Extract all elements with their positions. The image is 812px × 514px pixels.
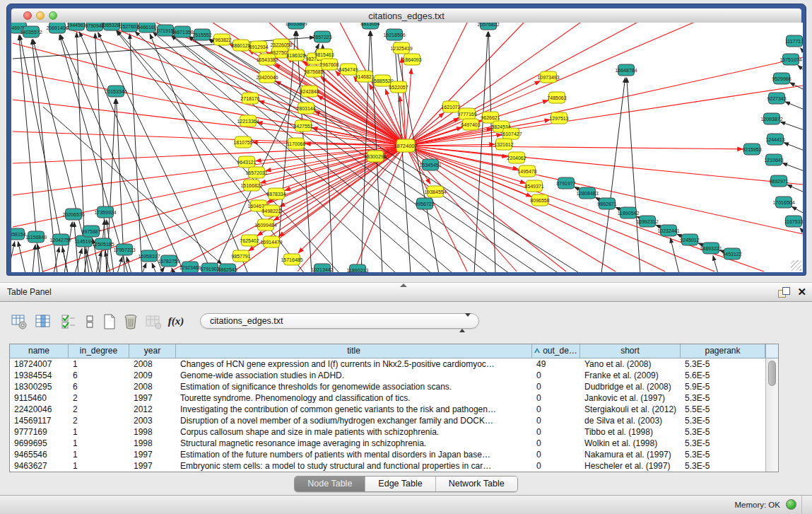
import-table-button[interactable] [144,312,163,332]
network-edge [785,102,803,110]
table-cell: 0 [532,370,580,381]
status-divider [801,496,802,514]
node-label: 9245012 [680,238,699,243]
network-edge [801,48,803,52]
table-cell: Hescheler et al. (1997) [580,460,681,472]
table-row[interactable]: 977716911998Corpus callosum shape and si… [10,426,765,438]
node-label: 15885520 [371,78,393,83]
network-edge [64,222,72,272]
tab-node-table[interactable]: Node Table [295,477,365,491]
column-header-short[interactable]: short [580,344,681,358]
network-edge [130,34,142,272]
select-rows-button[interactable] [59,312,78,332]
table-cell: Stergiakouli et al. (2012) [580,404,681,415]
table-row[interactable]: 911546021997Tourette syndrome. Phenomeno… [10,392,765,404]
table-cell: 0 [532,449,580,460]
node-label: 1810755 [233,140,252,145]
node-label: 9215953 [742,147,761,152]
table-cell: 1 [69,358,129,370]
node-label: 1117717 [785,39,803,44]
tab-edge-table[interactable]: Edge Table [365,477,435,491]
table-cell: 5.3E-5 [681,415,765,426]
node-label: 20153346 [105,89,126,94]
function-builder-button[interactable]: f(x) [167,312,185,332]
vertical-scrollbar[interactable] [765,358,778,472]
node-label: 1167533 [784,219,803,224]
network-edge [406,23,467,146]
node-label: 15716485 [281,257,302,262]
node-label: 7485063 [547,95,566,100]
network-edge [671,238,679,272]
column-header-name[interactable]: name [10,344,69,358]
node-label: 9529966 [772,76,791,81]
network-edge [798,65,803,71]
table-cell: 1 [69,449,129,460]
network-canvas[interactable]: 2469794140355722069140619445639790941106… [11,23,803,272]
table-options-button[interactable] [10,312,28,332]
table-cell: 6 [69,381,129,392]
table-row[interactable]: 1456911722003Disruption of a novel membe… [10,415,765,426]
table-row[interactable]: 1872400712008Changes of HCN gene express… [10,358,765,370]
close-panel-button[interactable]: ✕ [797,286,806,298]
tab-network-table[interactable]: Network Table [436,477,517,491]
table-row[interactable]: 2242004622012Investigating the contribut… [10,404,765,415]
node-label: 8860128 [231,43,250,48]
node-label: 15345451 [419,163,441,168]
table-row[interactable]: 946554611997Estimation of the future num… [10,449,765,460]
table-cell: 6 [69,370,129,381]
node-label: 12093872 [760,117,782,122]
table-cell: 2009 [129,370,176,381]
table-cell: 0 [532,426,580,438]
column-header-pagerank[interactable]: pagerank [681,344,765,358]
column-header-year[interactable]: year [129,344,176,358]
table-cell: 1 [69,426,129,438]
table-row[interactable]: 969969511998Structural magnetic resonanc… [10,438,765,449]
node-label: 8791977 [556,181,575,186]
table-row[interactable]: 1830029562008Estimation of significance … [10,381,765,392]
column-header-in_degree[interactable]: in_degree [69,344,129,358]
column-header-title[interactable]: title [176,344,532,358]
table-selector-dropdown[interactable]: citations_edges.txt [200,313,479,329]
table-cell: 14569117 [10,415,69,426]
row-height-button[interactable] [81,312,99,332]
node-label: 15166822 [240,183,262,188]
float-panel-button[interactable] [778,287,789,298]
node-label: 11156849 [25,235,47,240]
network-window-titlebar[interactable]: citations_edges.txt [11,8,801,23]
column-header-out_de[interactable]: out_de… [532,344,580,358]
network-edge [627,78,640,272]
network-edge [142,263,146,272]
panel-title: Table Panel [7,287,52,297]
show-columns-button[interactable] [34,312,52,332]
node-label: 9956721 [415,201,434,206]
node-label: 12213364 [237,119,259,124]
splitter-handle-icon[interactable] [400,284,407,287]
node-label: 23226058 [270,42,292,47]
table-cell: 0 [532,415,580,426]
table-cell: 1997 [129,392,176,404]
node-label: 9815463 [314,52,334,57]
table-row[interactable]: 946362711997Embryonic stem cells: a mode… [10,460,765,472]
network-edge [13,43,406,146]
new-table-button[interactable] [100,312,119,332]
resize-grip[interactable] [791,260,801,271]
memory-ok-indicator[interactable] [786,499,796,510]
table-cell: 1 [69,460,129,472]
scrollbar-thumb[interactable] [768,361,776,386]
network-edge [18,242,25,272]
node-label: 10973493 [537,75,559,80]
table-cell: 5.9E-5 [681,381,765,392]
table-row[interactable]: 1938455462009Genome-wide association stu… [10,370,765,381]
node-label: 9453122 [722,252,741,257]
network-edge [787,185,803,192]
network-edge [800,228,803,233]
table-cell: 5.6E-5 [681,370,765,381]
node-label: 16543382 [256,57,278,62]
node-label: 17016504 [772,200,794,205]
node-label: 11890213 [347,268,369,273]
table-cell: 22420046 [10,404,69,415]
delete-table-button[interactable] [122,312,140,332]
node-label: 11890542 [618,211,640,216]
node-label: 1210643 [764,158,783,163]
node-label: 7515552 [192,33,211,37]
